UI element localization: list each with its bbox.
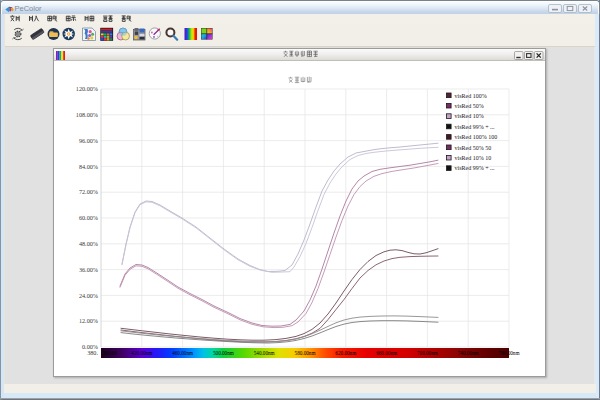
svg-text:780.00nm: 780.00nm bbox=[499, 350, 520, 356]
svg-text:96.00%: 96.00% bbox=[79, 137, 98, 144]
svg-text:660.00nm: 660.00nm bbox=[376, 350, 397, 356]
svg-text:36.00%: 36.00% bbox=[79, 266, 98, 273]
svg-text:540.00nm: 540.00nm bbox=[254, 350, 275, 356]
svg-text:460.00nm: 460.00nm bbox=[172, 350, 193, 356]
svg-text:380.: 380. bbox=[87, 349, 98, 356]
svg-text:740.00nm: 740.00nm bbox=[458, 350, 479, 356]
svg-text:visRed 50%: visRed 50% bbox=[455, 103, 484, 109]
svg-text:48.00%: 48.00% bbox=[79, 240, 98, 247]
svg-text:visRed 100% 100: visRed 100% 100 bbox=[455, 134, 498, 140]
svg-text:visRed 99% + ...: visRed 99% + ... bbox=[455, 165, 496, 171]
svg-text:visRed 99% + ...: visRed 99% + ... bbox=[455, 124, 496, 130]
svg-text:visRed 50% 50: visRed 50% 50 bbox=[455, 145, 492, 151]
svg-text:24.00%: 24.00% bbox=[79, 292, 98, 299]
svg-text:12.00%: 12.00% bbox=[79, 317, 98, 324]
svg-text:700.00nm: 700.00nm bbox=[417, 350, 438, 356]
svg-text:108.00%: 108.00% bbox=[76, 111, 98, 118]
svg-text:120.00%: 120.00% bbox=[76, 85, 98, 92]
svg-text:84.00%: 84.00% bbox=[79, 163, 98, 170]
svg-text:visRed 10% 10: visRed 10% 10 bbox=[455, 155, 492, 161]
svg-text:380.00: 380.00 bbox=[103, 350, 118, 356]
svg-text:420.00nm: 420.00nm bbox=[131, 350, 152, 356]
svg-text:580.00nm: 580.00nm bbox=[295, 350, 316, 356]
svg-text:620.00nm: 620.00nm bbox=[335, 350, 356, 356]
svg-text:60.00%: 60.00% bbox=[79, 214, 98, 221]
svg-text:visRed 100%: visRed 100% bbox=[455, 93, 487, 99]
svg-text:72.00%: 72.00% bbox=[79, 188, 98, 195]
svg-text:visRed 10%: visRed 10% bbox=[455, 113, 484, 119]
svg-text:500.00nm: 500.00nm bbox=[213, 350, 234, 356]
